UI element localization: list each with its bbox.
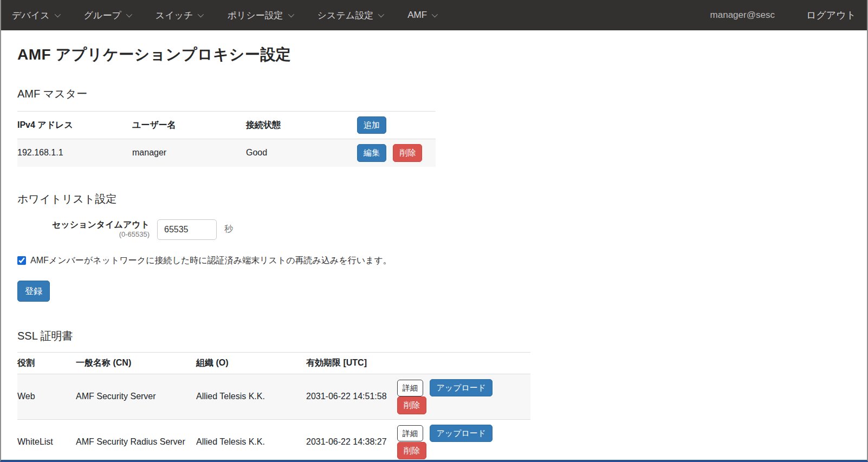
chevron-down-icon [54,11,60,17]
cert-delete-button[interactable]: 削除 [397,442,426,459]
reload-whitelist-row: AMFメンバーがネットワークに接続した時に認証済み端末リストの再読み込みを行いま… [17,255,851,266]
master-actions-cell: 編集 削除 [357,139,436,167]
amf-master-heading: AMF マスター [17,87,851,101]
seconds-unit-label: 秒 [224,224,233,235]
ssl-heading: SSL 証明書 [17,329,851,343]
session-timeout-label: セッションタイムアウト [30,219,150,231]
cert-cn-cell: AMF Security Radius Server [76,419,196,462]
navbar-menu: デバイス グループ スイッチ ポリシー設定 システム設定 AMF [12,9,461,22]
cert-expires-cell: 2031-06-22 14:38:27 [306,419,397,462]
session-timeout-label-block: セッションタイムアウト (0-65535) [30,219,150,239]
chevron-down-icon [288,11,294,17]
column-header-actions: 追加 [357,112,436,139]
column-header-status: 接続状態 [246,112,357,139]
reload-whitelist-checkbox[interactable] [17,256,26,265]
cert-upload-button[interactable]: アップロード [430,425,493,442]
edit-master-button[interactable]: 編集 [357,144,386,161]
cert-detail-button[interactable]: 詳細 [397,425,423,442]
reload-whitelist-label: AMFメンバーがネットワークに接続した時に認証済み端末リストの再読み込みを行いま… [30,255,392,266]
table-row: 192.168.1.1 manager Good 編集 削除 [17,139,436,167]
chevron-down-icon [378,11,384,17]
table-row: Web AMF Security Server Allied Telesis K… [17,374,530,420]
cert-expires-cell: 2031-06-22 14:51:58 [306,374,397,420]
nav-item-policy-settings[interactable]: ポリシー設定 [227,9,305,22]
cert-role-cell: WhiteList [17,419,76,462]
nav-item-label: グループ [84,9,121,22]
cert-detail-button[interactable]: 詳細 [397,380,423,396]
delete-master-button[interactable]: 削除 [393,144,422,161]
column-header-cn: 一般名称 (CN) [76,353,196,374]
register-button[interactable]: 登録 [17,281,50,302]
column-header-role: 役割 [17,353,76,374]
cert-cn-cell: AMF Security Server [76,374,196,420]
cert-delete-button[interactable]: 削除 [397,396,426,414]
column-header-ip: IPv4 アドレス [17,112,132,139]
main-content: AMF アプリケーションプロキシー設定 AMF マスター IPv4 アドレス ユ… [1,30,867,462]
chevron-down-icon [126,11,132,17]
session-timeout-input[interactable] [157,219,217,240]
amf-master-table: IPv4 アドレス ユーザー名 接続状態 追加 192.168.1.1 mana… [17,111,436,167]
chevron-down-icon [198,11,204,17]
nav-item-label: AMF [407,10,427,21]
top-navbar: デバイス グループ スイッチ ポリシー設定 システム設定 AMF manager… [0,0,868,30]
session-timeout-range: (0-65535) [30,230,150,238]
nav-item-devices[interactable]: デバイス [12,9,72,22]
cert-actions-cell: 詳細 アップロード 削除 [397,419,530,462]
logged-in-user: manager@sesc [710,10,775,21]
nav-item-system-settings[interactable]: システム設定 [318,9,396,22]
nav-item-label: ポリシー設定 [227,9,283,22]
chevron-down-icon [432,11,438,17]
column-header-user: ユーザー名 [132,112,246,139]
column-header-expires: 有効期限 [UTC] [306,353,397,374]
nav-item-label: デバイス [12,9,50,22]
table-header-row: 役割 一般名称 (CN) 組織 (O) 有効期限 [UTC] [17,353,530,374]
session-timeout-row: セッションタイムアウト (0-65535) 秒 [30,219,851,240]
add-master-button[interactable]: 追加 [357,116,386,134]
master-user-cell: manager [132,139,246,167]
ssl-cert-table: 役割 一般名称 (CN) 組織 (O) 有効期限 [UTC] Web AMF S… [17,352,530,462]
table-row: WhiteList AMF Security Radius Server All… [17,419,530,462]
cert-org-cell: Allied Telesis K.K. [196,374,306,420]
page-title: AMF アプリケーションプロキシー設定 [17,44,851,65]
column-header-org: 組織 (O) [196,353,306,374]
master-status-cell: Good [246,139,357,167]
logout-button[interactable]: ログアウト [806,9,856,22]
nav-item-label: システム設定 [318,9,374,22]
nav-item-groups[interactable]: グループ [84,9,143,22]
table-header-row: IPv4 アドレス ユーザー名 接続状態 追加 [17,112,436,139]
cert-role-cell: Web [17,374,76,420]
column-header-actions [397,353,530,374]
cert-org-cell: Allied Telesis K.K. [196,419,306,462]
cert-upload-button[interactable]: アップロード [430,379,493,396]
master-ip-cell: 192.168.1.1 [17,139,132,167]
nav-item-switches[interactable]: スイッチ [156,9,215,22]
whitelist-heading: ホワイトリスト設定 [17,192,851,206]
cert-actions-cell: 詳細 アップロード 削除 [397,374,530,420]
nav-item-label: スイッチ [156,9,193,22]
nav-item-amf[interactable]: AMF [407,10,449,21]
